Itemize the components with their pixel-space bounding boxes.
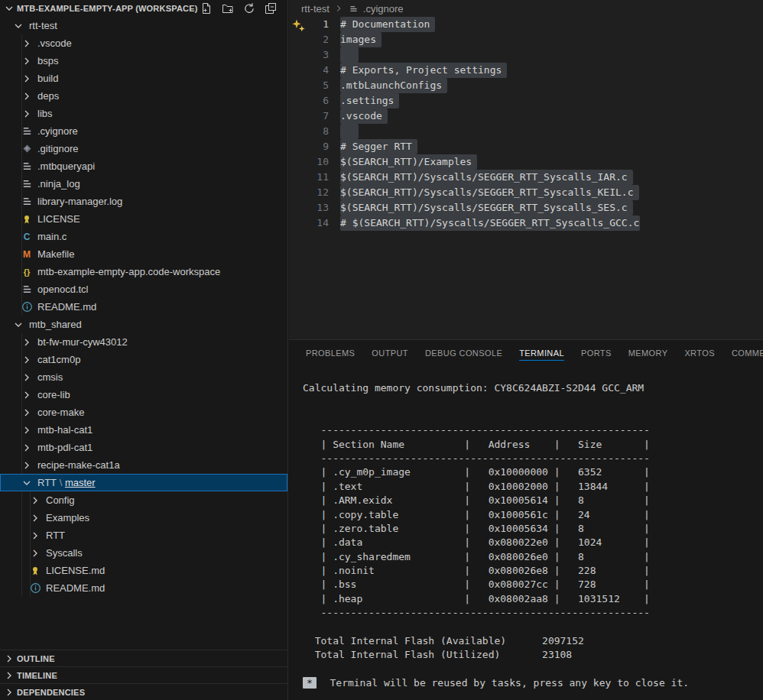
breadcrumb-file[interactable]: .cyignore (363, 3, 404, 15)
sidebar-section-timeline[interactable]: TIMELINE (0, 666, 287, 683)
panel-tabs: PROBLEMSOUTPUTDEBUG CONSOLETERMINALPORTS… (289, 340, 763, 366)
breadcrumb-folder[interactable]: rtt-test (301, 3, 330, 15)
indent-guide (21, 298, 22, 316)
terminal-cursor: * (303, 677, 317, 689)
sidebar-section-outline[interactable]: OUTLINE (0, 650, 287, 666)
tree-item-vscode[interactable]: .vscode (0, 34, 287, 52)
tree-item-cat1cm0p[interactable]: cat1cm0p (0, 351, 287, 368)
code-area[interactable]: 1# Documentation2images34# Exports, Proj… (289, 17, 763, 231)
panel-tab-comments[interactable]: COMMENTS (732, 340, 763, 366)
code-line: 9# Segger RTT (289, 139, 763, 154)
tree-item-license[interactable]: LICENSE (0, 210, 287, 228)
tree-item-mtb-shared[interactable]: mtb_shared (0, 316, 287, 333)
tree-item-label: build (37, 73, 58, 84)
code-text (340, 47, 359, 63)
indent-guide (21, 386, 22, 403)
indent-guide (30, 527, 31, 544)
tree-item-label: core-make (37, 407, 84, 418)
new-file-icon[interactable] (200, 2, 213, 15)
tree-item-rtt[interactable]: RTT (0, 527, 287, 544)
terminal-line: | .noinit | 0x080026e8 | 228 | (303, 564, 763, 578)
code-text (340, 124, 359, 139)
indent-guide (21, 527, 22, 544)
terminal-line: | .heap | 0x08002aa8 | 1031512 | (303, 592, 763, 606)
doc-icon (21, 160, 33, 173)
terminal-line: Total Internal Flash (Available) 2097152 (303, 634, 763, 648)
tree-item-readme-md[interactable]: README.md (0, 579, 287, 597)
terminal-line (303, 663, 763, 676)
new-folder-icon[interactable] (222, 2, 234, 15)
tree-item-gitignore[interactable]: .gitignore (0, 140, 287, 157)
tree-item-config[interactable]: Config (0, 491, 287, 509)
code-line: 14# $(SEARCH_RTT)/Syscalls/SEGGER_RTT_Sy… (289, 216, 763, 231)
tree-item-license-md[interactable]: LICENSE.md (0, 562, 287, 579)
tree-item-cmsis[interactable]: cmsis (0, 368, 287, 386)
chevron-right-icon (3, 686, 15, 698)
tree-item-core-lib[interactable]: core-lib (0, 386, 287, 403)
indent-guide (21, 403, 22, 421)
tree-item-mtbqueryapi[interactable]: .mtbqueryapi (0, 157, 287, 175)
terminal-cursor-line: * Terminal will be reused by tasks, pres… (303, 676, 763, 690)
terminal-line: ----------------------------------------… (303, 606, 763, 620)
tree-item-makefile[interactable]: MMakefile (0, 245, 287, 263)
panel-tab-debug-console[interactable]: DEBUG CONSOLE (425, 340, 502, 366)
section-label: OUTLINE (17, 654, 55, 663)
tree-item-build[interactable]: build (0, 70, 287, 87)
tree-item-label: Makefile (37, 248, 74, 260)
indent-guide (21, 87, 22, 105)
tree-item-mtb-hal-cat1[interactable]: mtb-hal-cat1 (0, 421, 287, 439)
code-line: 8 (289, 124, 763, 139)
panel-tab-ports[interactable]: PORTS (581, 340, 612, 366)
chevron-right-icon (21, 108, 33, 120)
sidebar-section-dependencies[interactable]: DEPENDENCIES (0, 683, 287, 700)
tree-item-openocd-tcl[interactable]: openocd.tcl (0, 280, 287, 298)
explorer-section-header[interactable]: MTB-EXAMPLE-EMPTY-APP (WORKSPACE) (0, 0, 287, 17)
chevron-right-icon (29, 530, 41, 542)
tree-item-label: mtb-pdl-cat1 (37, 442, 93, 453)
license-icon (21, 213, 33, 225)
code-text: images (340, 32, 382, 47)
chevron-right-icon (21, 459, 33, 472)
terminal-output[interactable]: Calculating memory consumption: CY8C624A… (289, 366, 763, 691)
tree-item-mtb-pdl-cat1[interactable]: mtb-pdl-cat1 (0, 439, 287, 456)
panel-tab-memory[interactable]: MEMORY (628, 340, 668, 366)
line-number: 9 (289, 139, 329, 154)
panel-tab-xrtos[interactable]: XRTOS (684, 340, 715, 366)
indent-guide (21, 193, 22, 210)
tree-item-syscalls[interactable]: Syscalls (0, 544, 287, 562)
tree-item-deps[interactable]: deps (0, 87, 287, 105)
tree-item-core-make[interactable]: core-make (0, 403, 287, 421)
tree-item-cyignore[interactable]: .cyignore (0, 122, 287, 140)
tree-item-bt-fw-mur-cyw43012[interactable]: bt-fw-mur-cyw43012 (0, 333, 287, 351)
tree-item-rtt[interactable]: RTT \ master (0, 474, 287, 491)
panel-tab-terminal[interactable]: TERMINAL (519, 340, 564, 366)
tree-item-label: README.md (46, 582, 105, 594)
tree-item-examples[interactable]: Examples (0, 509, 287, 527)
makefile-icon: M (21, 248, 33, 261)
indent-guide (21, 70, 22, 87)
tree-item-bsps[interactable]: bsps (0, 52, 287, 70)
tree-item-libs[interactable]: libs (0, 105, 287, 122)
tree-item-readme-md[interactable]: README.md (0, 298, 287, 316)
indent-guide (21, 52, 22, 70)
tree-item-recipe-make-cat1a[interactable]: recipe-make-cat1a (0, 456, 287, 474)
chevron-right-icon (21, 371, 33, 384)
refresh-icon[interactable] (243, 2, 255, 15)
code-line: 6.settings (289, 93, 763, 109)
tree-item-rtt-test[interactable]: rtt-test (0, 17, 287, 34)
tree-item-label: .ninja_log (37, 178, 80, 190)
code-text: # Segger RTT (340, 139, 417, 154)
tree-item-ninja-log[interactable]: .ninja_log (0, 175, 287, 193)
tree-item-label: .vscode (37, 37, 72, 49)
tree-item-mtb-example-empty-app-code-workspace[interactable]: {}mtb-example-empty-app.code-workspace (0, 263, 287, 280)
indent-guide (21, 579, 22, 597)
line-number: 10 (289, 154, 329, 170)
panel-tab-problems[interactable]: PROBLEMS (306, 340, 355, 366)
indent-guide (21, 351, 22, 368)
code-text: $(SEARCH_RTT)/Syscalls/SEGGER_RTT_Syscal… (340, 200, 633, 216)
tree-item-library-manager-log[interactable]: library-manager.log (0, 193, 287, 210)
collapse-all-icon[interactable] (265, 2, 277, 15)
panel-tab-output[interactable]: OUTPUT (372, 340, 408, 366)
tree-item-main-c[interactable]: Cmain.c (0, 228, 287, 245)
code-line: 4# Exports, Project settings (289, 63, 763, 78)
